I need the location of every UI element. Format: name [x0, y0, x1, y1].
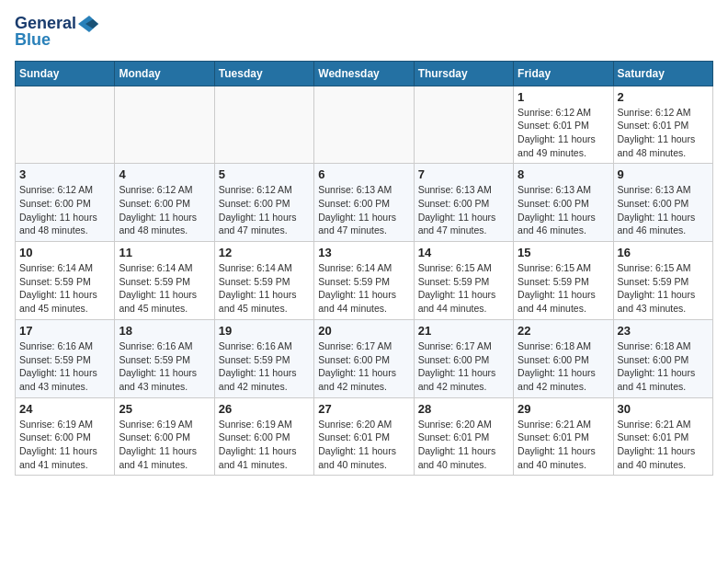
- day-number: 2: [618, 90, 709, 104]
- day-number: 17: [19, 324, 110, 338]
- day-info: Sunrise: 6:17 AMSunset: 6:00 PMDaylight:…: [318, 339, 409, 394]
- weekday-header-thursday: Thursday: [414, 61, 513, 86]
- calendar-cell: 4Sunrise: 6:12 AMSunset: 6:00 PMDaylight…: [115, 164, 214, 242]
- day-number: 7: [418, 167, 509, 181]
- day-number: 10: [19, 246, 110, 259]
- day-number: 25: [119, 402, 210, 416]
- day-number: 5: [219, 167, 310, 181]
- day-number: 12: [219, 246, 310, 259]
- day-info: Sunrise: 6:19 AMSunset: 6:00 PMDaylight:…: [119, 418, 210, 472]
- day-info: Sunrise: 6:17 AMSunset: 6:00 PMDaylight:…: [418, 339, 509, 394]
- calendar-cell: 28Sunrise: 6:20 AMSunset: 6:01 PMDayligh…: [414, 397, 513, 476]
- day-info: Sunrise: 6:12 AMSunset: 6:00 PMDaylight:…: [19, 183, 110, 237]
- logo-bird-icon: [78, 16, 98, 32]
- day-number: 1: [518, 90, 609, 104]
- calendar-cell: 14Sunrise: 6:15 AMSunset: 5:59 PMDayligh…: [414, 242, 513, 320]
- calendar-cell: 26Sunrise: 6:19 AMSunset: 6:00 PMDayligh…: [214, 397, 313, 476]
- day-number: 26: [219, 402, 310, 416]
- calendar-cell: 24Sunrise: 6:19 AMSunset: 6:00 PMDayligh…: [16, 397, 115, 476]
- calendar-cell: 17Sunrise: 6:16 AMSunset: 5:59 PMDayligh…: [16, 319, 115, 397]
- day-number: 11: [119, 246, 210, 259]
- calendar-cell: 5Sunrise: 6:12 AMSunset: 6:00 PMDaylight…: [214, 164, 313, 242]
- day-info: Sunrise: 6:12 AMSunset: 6:00 PMDaylight:…: [119, 183, 210, 237]
- day-info: Sunrise: 6:16 AMSunset: 5:59 PMDaylight:…: [219, 339, 310, 394]
- page-header: General Blue: [15, 15, 713, 50]
- day-info: Sunrise: 6:14 AMSunset: 5:59 PMDaylight:…: [318, 261, 409, 316]
- day-number: 20: [318, 324, 409, 338]
- calendar-cell: 6Sunrise: 6:13 AMSunset: 6:00 PMDaylight…: [314, 164, 414, 242]
- calendar-cell: [16, 86, 115, 164]
- day-info: Sunrise: 6:13 AMSunset: 6:00 PMDaylight:…: [318, 183, 409, 237]
- day-number: 19: [219, 324, 310, 338]
- calendar-cell: 7Sunrise: 6:13 AMSunset: 6:00 PMDaylight…: [414, 164, 513, 242]
- day-number: 15: [518, 246, 609, 259]
- day-info: Sunrise: 6:13 AMSunset: 6:00 PMDaylight:…: [518, 183, 609, 237]
- day-number: 3: [19, 167, 110, 181]
- day-info: Sunrise: 6:20 AMSunset: 6:01 PMDaylight:…: [418, 418, 509, 472]
- day-number: 29: [518, 402, 609, 416]
- calendar-cell: 13Sunrise: 6:14 AMSunset: 5:59 PMDayligh…: [314, 242, 414, 320]
- calendar-cell: 15Sunrise: 6:15 AMSunset: 5:59 PMDayligh…: [514, 242, 613, 320]
- calendar-cell: 12Sunrise: 6:14 AMSunset: 5:59 PMDayligh…: [214, 242, 313, 320]
- day-number: 9: [618, 167, 709, 181]
- day-info: Sunrise: 6:12 AMSunset: 6:00 PMDaylight:…: [219, 183, 310, 237]
- calendar-cell: 9Sunrise: 6:13 AMSunset: 6:00 PMDaylight…: [613, 164, 712, 242]
- calendar-cell: 1Sunrise: 6:12 AMSunset: 6:01 PMDaylight…: [514, 86, 613, 164]
- day-info: Sunrise: 6:19 AMSunset: 6:00 PMDaylight:…: [219, 418, 310, 472]
- calendar-cell: 16Sunrise: 6:15 AMSunset: 5:59 PMDayligh…: [613, 242, 712, 320]
- day-number: 27: [318, 402, 409, 416]
- day-number: 18: [119, 324, 210, 338]
- calendar-header-row: SundayMondayTuesdayWednesdayThursdayFrid…: [16, 61, 713, 86]
- calendar-week-row: 17Sunrise: 6:16 AMSunset: 5:59 PMDayligh…: [16, 319, 713, 397]
- day-info: Sunrise: 6:15 AMSunset: 5:59 PMDaylight:…: [418, 261, 509, 316]
- logo-blue: Blue: [15, 31, 51, 50]
- calendar-week-row: 24Sunrise: 6:19 AMSunset: 6:00 PMDayligh…: [16, 397, 713, 476]
- calendar-cell: 22Sunrise: 6:18 AMSunset: 6:00 PMDayligh…: [514, 319, 613, 397]
- calendar-cell: 10Sunrise: 6:14 AMSunset: 5:59 PMDayligh…: [16, 242, 115, 320]
- day-info: Sunrise: 6:21 AMSunset: 6:01 PMDaylight:…: [518, 418, 609, 472]
- calendar-cell: [115, 86, 214, 164]
- calendar-cell: 27Sunrise: 6:20 AMSunset: 6:01 PMDayligh…: [314, 397, 414, 476]
- calendar-cell: 18Sunrise: 6:16 AMSunset: 5:59 PMDayligh…: [115, 319, 214, 397]
- day-number: 22: [518, 324, 609, 338]
- calendar-cell: 29Sunrise: 6:21 AMSunset: 6:01 PMDayligh…: [514, 397, 613, 476]
- weekday-header-sunday: Sunday: [16, 61, 115, 86]
- day-number: 16: [618, 246, 709, 259]
- day-number: 28: [418, 402, 509, 416]
- day-info: Sunrise: 6:15 AMSunset: 5:59 PMDaylight:…: [618, 261, 709, 316]
- weekday-header-monday: Monday: [115, 61, 214, 86]
- day-info: Sunrise: 6:20 AMSunset: 6:01 PMDaylight:…: [318, 418, 409, 472]
- weekday-header-wednesday: Wednesday: [314, 61, 414, 86]
- calendar-week-row: 3Sunrise: 6:12 AMSunset: 6:00 PMDaylight…: [16, 164, 713, 242]
- day-info: Sunrise: 6:14 AMSunset: 5:59 PMDaylight:…: [219, 261, 310, 316]
- day-info: Sunrise: 6:12 AMSunset: 6:01 PMDaylight:…: [618, 106, 709, 160]
- logo-container: General Blue: [15, 15, 98, 50]
- day-info: Sunrise: 6:15 AMSunset: 5:59 PMDaylight:…: [518, 261, 609, 316]
- day-info: Sunrise: 6:13 AMSunset: 6:00 PMDaylight:…: [418, 183, 509, 237]
- calendar-cell: 3Sunrise: 6:12 AMSunset: 6:00 PMDaylight…: [16, 164, 115, 242]
- calendar-cell: [414, 86, 513, 164]
- day-info: Sunrise: 6:12 AMSunset: 6:01 PMDaylight:…: [518, 106, 609, 160]
- day-info: Sunrise: 6:18 AMSunset: 6:00 PMDaylight:…: [618, 339, 709, 394]
- day-number: 30: [618, 402, 709, 416]
- day-info: Sunrise: 6:16 AMSunset: 5:59 PMDaylight:…: [19, 339, 110, 394]
- calendar-cell: 30Sunrise: 6:21 AMSunset: 6:01 PMDayligh…: [613, 397, 712, 476]
- day-number: 14: [418, 246, 509, 259]
- day-number: 21: [418, 324, 509, 338]
- day-info: Sunrise: 6:21 AMSunset: 6:01 PMDaylight:…: [618, 418, 709, 472]
- day-info: Sunrise: 6:19 AMSunset: 6:00 PMDaylight:…: [19, 418, 110, 472]
- day-number: 13: [318, 246, 409, 259]
- calendar-cell: [214, 86, 313, 164]
- weekday-header-friday: Friday: [514, 61, 613, 86]
- calendar-cell: 23Sunrise: 6:18 AMSunset: 6:00 PMDayligh…: [613, 319, 712, 397]
- day-info: Sunrise: 6:14 AMSunset: 5:59 PMDaylight:…: [19, 261, 110, 316]
- weekday-header-tuesday: Tuesday: [214, 61, 313, 86]
- calendar-cell: 19Sunrise: 6:16 AMSunset: 5:59 PMDayligh…: [214, 319, 313, 397]
- day-info: Sunrise: 6:18 AMSunset: 6:00 PMDaylight:…: [518, 339, 609, 394]
- calendar-cell: 21Sunrise: 6:17 AMSunset: 6:00 PMDayligh…: [414, 319, 513, 397]
- calendar-cell: 20Sunrise: 6:17 AMSunset: 6:00 PMDayligh…: [314, 319, 414, 397]
- calendar-cell: 25Sunrise: 6:19 AMSunset: 6:00 PMDayligh…: [115, 397, 214, 476]
- day-info: Sunrise: 6:13 AMSunset: 6:00 PMDaylight:…: [618, 183, 709, 237]
- calendar-week-row: 1Sunrise: 6:12 AMSunset: 6:01 PMDaylight…: [16, 86, 713, 164]
- calendar-week-row: 10Sunrise: 6:14 AMSunset: 5:59 PMDayligh…: [16, 242, 713, 320]
